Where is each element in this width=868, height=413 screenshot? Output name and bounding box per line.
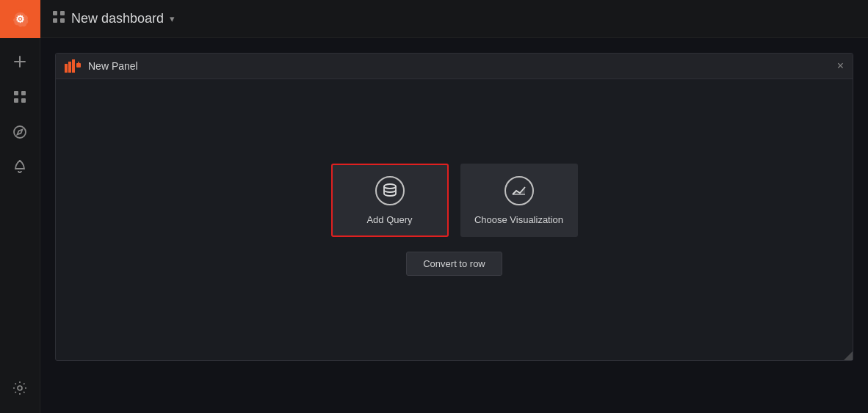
panel-header: New Panel × — [56, 54, 853, 79]
svg-point-6 — [14, 126, 26, 138]
svg-rect-4 — [14, 98, 18, 103]
svg-rect-11 — [53, 18, 57, 23]
sidebar-item-settings[interactable] — [0, 370, 40, 406]
choose-viz-icon — [504, 176, 534, 205]
add-query-button[interactable]: Add Query — [331, 164, 449, 237]
add-query-label: Add Query — [366, 214, 412, 225]
panel-area: New Panel × — [40, 38, 868, 413]
panel-resize-handle[interactable] — [844, 351, 853, 360]
topbar: New dashboard ▾ — [40, 0, 868, 38]
main-content: New dashboard ▾ — [40, 0, 868, 413]
svg-rect-13 — [65, 64, 68, 73]
sidebar-item-explore[interactable] — [0, 114, 40, 150]
svg-rect-16 — [76, 63, 81, 67]
svg-point-8 — [18, 386, 22, 390]
convert-to-row-label: Convert to row — [423, 258, 485, 269]
sidebar-item-dashboards[interactable] — [0, 79, 40, 114]
svg-rect-14 — [68, 62, 71, 73]
panel-header-icon — [65, 59, 81, 73]
grafana-logo[interactable]: ⚙ — [0, 0, 40, 38]
panel-close-button[interactable]: × — [837, 60, 844, 72]
topbar-title-group: New dashboard ▾ — [52, 10, 175, 27]
sidebar-item-add[interactable] — [0, 44, 40, 79]
choose-visualization-button[interactable]: Choose Visualization — [460, 164, 578, 237]
panel-body: Add Query Choose Visualization — [56, 79, 853, 360]
panel-title: New Panel — [88, 60, 138, 72]
new-panel: New Panel × — [55, 53, 853, 361]
convert-to-row-button[interactable]: Convert to row — [406, 252, 502, 276]
svg-point-18 — [384, 184, 396, 189]
svg-rect-5 — [21, 98, 26, 103]
svg-marker-19 — [513, 187, 525, 194]
sidebar: ⚙ — [0, 0, 40, 413]
svg-rect-9 — [53, 11, 57, 15]
dashboard-chevron-icon[interactable]: ▾ — [170, 13, 175, 24]
dashboard-title: New dashboard — [71, 11, 164, 26]
choose-viz-label: Choose Visualization — [474, 214, 563, 225]
svg-rect-2 — [14, 91, 18, 95]
action-buttons-row: Add Query Choose Visualization — [331, 164, 578, 237]
dashboard-grid-icon — [52, 10, 65, 27]
svg-text:⚙: ⚙ — [15, 14, 25, 25]
sidebar-item-alerting[interactable] — [0, 150, 40, 185]
add-query-icon — [375, 176, 405, 205]
svg-rect-10 — [60, 11, 65, 15]
svg-rect-17 — [78, 62, 79, 63]
svg-rect-15 — [72, 59, 75, 73]
svg-rect-3 — [21, 91, 26, 95]
svg-rect-12 — [60, 18, 65, 23]
